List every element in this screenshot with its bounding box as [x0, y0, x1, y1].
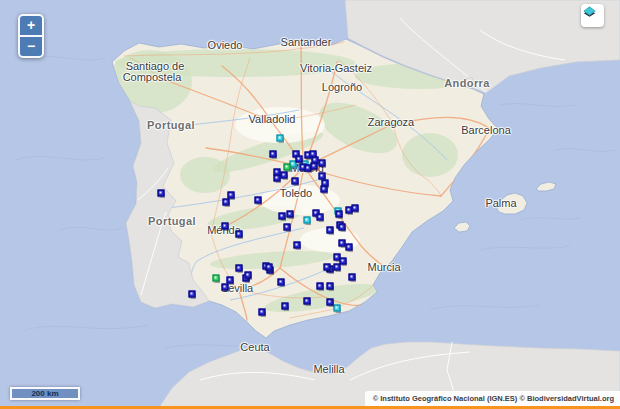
- observation-marker-blue[interactable]: [189, 291, 196, 298]
- layers-icon: [581, 4, 598, 21]
- observation-marker-blue[interactable]: [266, 264, 273, 271]
- observation-marker-blue[interactable]: [340, 258, 347, 265]
- observation-marker-blue[interactable]: [292, 178, 299, 185]
- observation-marker-green[interactable]: [284, 164, 291, 171]
- observation-marker-blue[interactable]: [282, 303, 289, 310]
- zoom-control: + −: [18, 14, 44, 58]
- observation-marker-blue[interactable]: [274, 175, 281, 182]
- observation-marker-blue[interactable]: [227, 277, 234, 284]
- zoom-in-button[interactable]: +: [20, 16, 42, 37]
- observation-marker-blue[interactable]: [319, 173, 326, 180]
- observation-marker-blue[interactable]: [324, 264, 331, 271]
- observation-marker-cyan[interactable]: [277, 135, 284, 142]
- observation-marker-blue[interactable]: [327, 299, 334, 306]
- observation-marker-blue[interactable]: [223, 199, 230, 206]
- observation-marker-green[interactable]: [213, 275, 220, 282]
- observation-marker-blue[interactable]: [279, 213, 286, 220]
- observation-marker-blue[interactable]: [236, 265, 243, 272]
- map-canvas[interactable]: Santiago deCompostelaOviedoSantanderVito…: [0, 0, 620, 409]
- observation-marker-blue[interactable]: [278, 279, 285, 286]
- observation-marker-blue[interactable]: [228, 192, 235, 199]
- observation-marker-cyan[interactable]: [334, 305, 341, 312]
- observation-marker-blue[interactable]: [327, 283, 334, 290]
- scale-label: 200 km: [31, 389, 58, 398]
- observation-marker-blue[interactable]: [311, 163, 318, 170]
- observation-marker-blue[interactable]: [222, 223, 229, 230]
- observation-marker-blue[interactable]: [270, 151, 277, 158]
- observation-marker-blue[interactable]: [339, 240, 346, 247]
- observation-marker-blue[interactable]: [349, 274, 356, 281]
- observation-marker-blue[interactable]: [236, 231, 243, 238]
- observation-marker-cyan[interactable]: [304, 217, 311, 224]
- observation-marker-blue[interactable]: [304, 298, 311, 305]
- observation-marker-blue[interactable]: [334, 264, 341, 271]
- observation-marker-blue[interactable]: [339, 224, 346, 231]
- observation-marker-blue[interactable]: [281, 172, 288, 179]
- observation-marker-blue[interactable]: [259, 309, 266, 316]
- observation-marker-blue[interactable]: [294, 242, 301, 249]
- observation-marker-blue[interactable]: [317, 214, 324, 221]
- attribution-bar: © Instituto Geográfico Nacional (IGN.ES)…: [365, 391, 620, 406]
- observation-marker-blue[interactable]: [346, 244, 353, 251]
- observation-marker-blue[interactable]: [317, 283, 324, 290]
- observation-marker-blue[interactable]: [319, 160, 326, 167]
- zoom-out-button[interactable]: −: [20, 37, 42, 56]
- observation-marker-blue[interactable]: [327, 227, 334, 234]
- observation-marker-blue[interactable]: [296, 156, 303, 163]
- markers-layer: [0, 0, 620, 409]
- observation-marker-blue[interactable]: [352, 205, 359, 212]
- observation-marker-blue[interactable]: [245, 272, 252, 279]
- observation-marker-blue[interactable]: [158, 190, 165, 197]
- observation-marker-blue[interactable]: [222, 284, 229, 291]
- observation-marker-blue[interactable]: [336, 211, 343, 218]
- layers-button[interactable]: [581, 4, 604, 27]
- observation-marker-blue[interactable]: [284, 224, 291, 231]
- scale-bar: 200 km: [10, 387, 80, 400]
- observation-marker-blue[interactable]: [287, 211, 294, 218]
- observation-marker-blue[interactable]: [255, 197, 262, 204]
- attribution-text: © Instituto Geográfico Nacional (IGN.ES)…: [373, 394, 614, 403]
- observation-marker-blue[interactable]: [321, 186, 328, 193]
